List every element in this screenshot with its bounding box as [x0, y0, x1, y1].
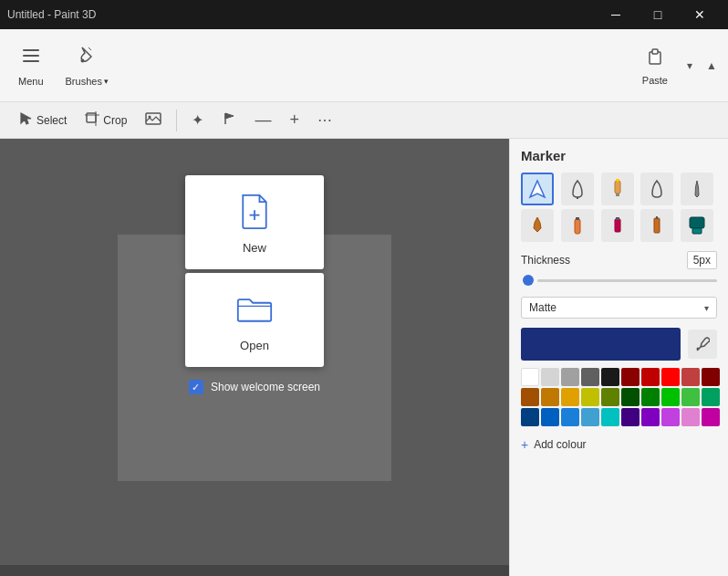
brush-cell-6[interactable]	[521, 209, 554, 242]
palette-cell[interactable]	[621, 388, 640, 406]
palette-cell[interactable]	[681, 388, 700, 406]
close-button[interactable]: ✕	[679, 0, 721, 29]
menu-label: Menu	[18, 76, 44, 87]
palette-cell[interactable]	[621, 408, 640, 426]
title-bar-controls: ─ □ ✕	[595, 0, 721, 29]
finish-dropdown-arrow: ▾	[704, 303, 709, 313]
paste-dropdown-arrow[interactable]: ▾	[681, 38, 699, 93]
brush-cell-10[interactable]	[681, 209, 713, 242]
brush-cell-4[interactable]	[640, 173, 673, 205]
palette-cell[interactable]	[661, 388, 680, 406]
palette-cell[interactable]	[641, 408, 660, 426]
brushes-dropdown-arrow[interactable]: ▾	[104, 77, 109, 86]
plus-tool[interactable]: +	[282, 107, 307, 133]
maximize-button[interactable]: □	[637, 0, 679, 29]
palette-cell[interactable]	[702, 368, 720, 386]
more-tool[interactable]: ⋯	[310, 108, 339, 132]
brush-cell-7[interactable]	[561, 209, 594, 242]
palette-cell[interactable]	[541, 388, 559, 406]
brush-cell-5[interactable]	[681, 173, 713, 205]
menu-button[interactable]: Menu	[7, 41, 55, 90]
minus-tool[interactable]: —	[247, 107, 278, 133]
palette-cell[interactable]	[641, 388, 660, 406]
tool-bar: Select Crop ✦	[0, 102, 728, 139]
minimize-button[interactable]: ─	[595, 0, 637, 29]
brushes-button[interactable]: Brushes ▾	[55, 41, 120, 90]
svg-rect-0	[23, 49, 39, 51]
paste-button[interactable]: Paste	[633, 42, 677, 89]
palette-cell[interactable]	[581, 368, 599, 386]
svg-rect-1	[23, 55, 39, 57]
panel-title: Marker	[521, 148, 717, 163]
brush-cell-9[interactable]	[640, 209, 673, 242]
image-tool[interactable]	[138, 109, 169, 132]
svg-point-27	[697, 348, 700, 351]
palette-cell[interactable]	[521, 408, 539, 426]
palette-cell[interactable]	[681, 408, 700, 426]
palette-cell[interactable]	[702, 408, 720, 426]
svg-rect-20	[576, 217, 579, 220]
palette-cell[interactable]	[661, 408, 680, 426]
flag-tool[interactable]	[214, 108, 244, 133]
canvas-area[interactable]: New Open ✓ S	[0, 139, 509, 576]
palette-cell[interactable]	[561, 368, 579, 386]
thickness-slider-dot	[523, 275, 534, 286]
crop-label: Crop	[103, 114, 127, 127]
open-card[interactable]: Open	[185, 273, 324, 367]
brushes-label: Brushes	[66, 76, 102, 87]
palette-cell[interactable]	[621, 368, 640, 386]
brush-cell-1[interactable]	[521, 173, 554, 205]
select-tool[interactable]: Select	[11, 108, 74, 133]
palette-cell[interactable]	[641, 368, 660, 386]
thickness-slider-row	[521, 275, 717, 286]
brush-grid	[521, 173, 717, 242]
palette-cell[interactable]	[521, 388, 539, 406]
palette-cell[interactable]	[601, 368, 619, 386]
palette-cell[interactable]	[601, 388, 619, 406]
brush-cell-3[interactable]	[601, 173, 634, 205]
svg-rect-24	[656, 216, 658, 219]
svg-rect-25	[690, 217, 704, 228]
palette-cell[interactable]	[541, 368, 559, 386]
palette-cell[interactable]	[581, 388, 599, 406]
palette-cell[interactable]	[601, 408, 619, 426]
more-icon: ⋯	[317, 111, 332, 129]
svg-rect-19	[575, 219, 580, 234]
palette-cell[interactable]	[681, 368, 700, 386]
palette-cell[interactable]	[581, 408, 599, 426]
palette-cell[interactable]	[561, 388, 579, 406]
ribbon-collapse-button[interactable]: ▲	[702, 38, 721, 93]
palette-cell[interactable]	[541, 408, 559, 426]
svg-rect-17	[616, 194, 619, 196]
main-color-swatch[interactable]	[521, 328, 681, 361]
svg-rect-16	[615, 181, 620, 194]
brush-cell-2[interactable]	[561, 173, 594, 205]
main-area: New Open ✓ S	[0, 139, 728, 576]
brush-cell-8[interactable]	[601, 209, 634, 242]
add-color-label: Add colour	[534, 438, 586, 451]
right-panel: Marker	[509, 139, 728, 576]
minus-icon: —	[255, 110, 271, 130]
palette-cell[interactable]	[702, 388, 720, 406]
palette-cell[interactable]	[561, 408, 579, 426]
add-color-button[interactable]: + Add colour	[521, 434, 717, 456]
select-icon	[18, 111, 33, 130]
crop-tool[interactable]: Crop	[78, 108, 134, 133]
palette-cell[interactable]	[661, 368, 680, 386]
welcome-screen-checkbox[interactable]: ✓	[189, 380, 203, 394]
svg-rect-23	[654, 218, 660, 233]
finish-dropdown[interactable]: Matte ▾	[521, 297, 717, 319]
eyedropper-button[interactable]	[688, 330, 717, 359]
welcome-screen-checkbox-row[interactable]: ✓ Show welcome screen	[189, 380, 320, 394]
ribbon-toolbar: Menu Brushes ▾ Paste ▾ ▲	[0, 29, 728, 102]
new-card[interactable]: New	[185, 175, 324, 269]
dialog-overlay: New Open ✓ S	[0, 139, 509, 576]
thickness-row: Thickness 5px	[521, 251, 717, 269]
palette-cell[interactable]	[521, 368, 539, 386]
svg-line-4	[88, 47, 91, 50]
magic-tool[interactable]: ✦	[184, 108, 211, 132]
open-folder-icon	[236, 291, 273, 331]
color-palette	[521, 368, 717, 426]
select-label: Select	[36, 114, 67, 127]
new-file-icon	[236, 194, 273, 234]
